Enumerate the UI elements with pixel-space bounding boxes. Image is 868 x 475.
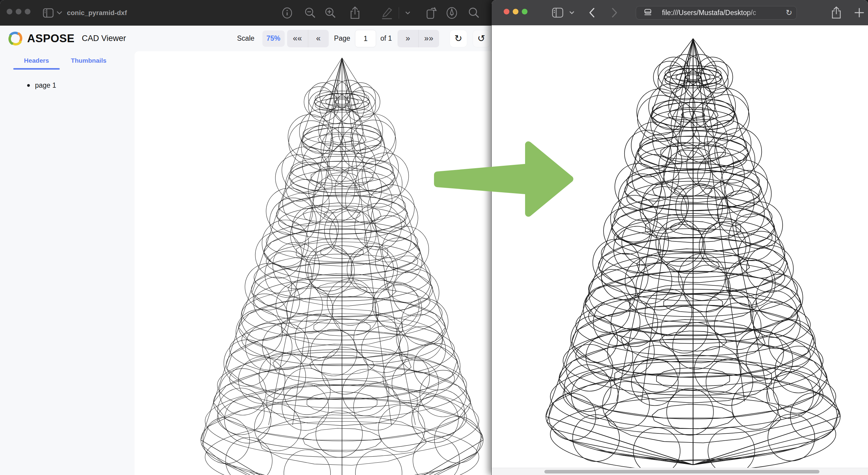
close-button[interactable] [504,9,509,14]
zoom-in-icon[interactable] [323,0,337,26]
rotate-icon[interactable] [424,0,438,26]
reload-icon[interactable]: ↻ [786,6,792,19]
page-forward-group: » »» [398,30,439,47]
screen: conic_pyramid-dxf [0,0,868,475]
app-header: ASPOSE CAD Viewer Scale 75% «« « Page of… [0,26,492,51]
page-number-input[interactable] [355,30,376,47]
active-tab-underline [13,68,60,70]
zoom-button[interactable] [522,9,527,14]
window-title: conic_pyramid-dxf [67,0,127,26]
zoom-button[interactable] [25,9,30,14]
minimize-button[interactable] [513,9,519,14]
rotate-ccw-button[interactable]: ↺ [473,30,490,47]
product-name: CAD Viewer [82,34,126,43]
url-bar[interactable]: file:///Users/Mustafa/Desktop/c ↻ [636,6,797,20]
forward-icon[interactable] [609,0,621,25]
browser-page [492,25,868,468]
back-icon[interactable] [586,0,598,25]
markup-pencil-icon[interactable] [379,0,394,26]
toolbar-divider [399,7,399,19]
close-button[interactable] [7,9,12,14]
share-icon[interactable] [348,0,362,26]
page-count-label: of 1 [380,34,392,42]
page-back-group: «« « [287,30,329,47]
info-icon[interactable] [280,0,294,26]
scale-label: Scale [237,34,254,42]
pen-circle-icon[interactable] [444,0,459,26]
scale-value[interactable]: 75% [262,30,285,47]
share-icon[interactable] [829,0,843,25]
cad-wireframe-right [492,25,868,468]
chevron-down-icon[interactable] [56,0,63,26]
page-list-item[interactable]: page 1 [24,80,56,91]
last-page-button[interactable]: »» [418,30,439,47]
scrollbar-thumb[interactable] [545,470,819,474]
traffic-lights [504,9,527,14]
zoom-out-icon[interactable] [303,0,317,26]
brand-name: ASPOSE [27,32,74,45]
minimize-button[interactable] [16,9,22,14]
next-page-button[interactable]: » [398,30,418,47]
viewer-controls: Scale 75% «« « Page of 1 » »» ↻ ↺ [237,26,490,51]
brand: ASPOSE CAD Viewer [7,26,126,51]
new-tab-icon[interactable] [852,0,866,25]
page-proxy-icon[interactable] [643,6,652,19]
prev-page-button[interactable]: « [308,30,329,47]
aspose-logo [7,30,24,47]
first-page-button[interactable]: «« [287,30,308,47]
search-icon[interactable] [467,0,481,26]
left-titlebar: conic_pyramid-dxf [0,0,492,26]
sidebar-icon[interactable] [551,0,565,25]
cad-viewer-window: conic_pyramid-dxf [0,0,492,475]
cad-canvas [134,51,492,475]
sidebar-tabs: Headers Thumbnails [0,54,134,72]
chevron-down-icon[interactable] [404,0,412,26]
safari-window: file:///Users/Mustafa/Desktop/c ↻ [492,0,868,475]
url-text[interactable]: file:///Users/Mustafa/Desktop/c [662,9,771,17]
tab-thumbnails[interactable]: Thumbnails [67,54,110,68]
cad-wireframe-left [134,51,492,475]
tab-headers[interactable]: Headers [13,54,60,68]
chevron-down-icon[interactable] [568,0,576,25]
horizontal-scrollbar[interactable] [492,468,868,475]
sidebar: Headers Thumbnails page 1 [0,51,134,475]
traffic-lights [7,9,30,14]
sidebar-toggle-icon[interactable] [42,0,55,26]
page-label: Page [334,34,350,42]
safari-titlebar: file:///Users/Mustafa/Desktop/c ↻ [492,0,868,25]
page-list: page 1 [24,80,56,91]
rotate-cw-button[interactable]: ↻ [450,30,467,47]
